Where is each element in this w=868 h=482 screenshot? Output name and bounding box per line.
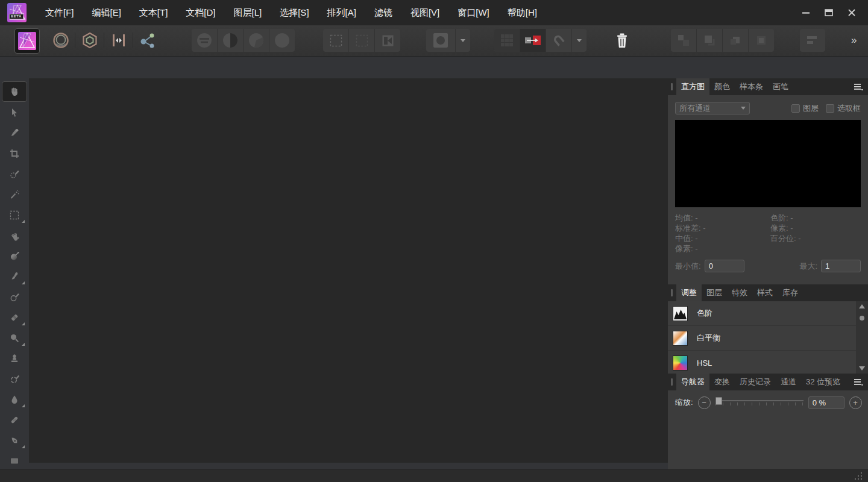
paint-brush-tool[interactable] [2,267,27,286]
canvas[interactable] [29,78,668,463]
tab-32bit-preview[interactable]: 32 位预览 [801,374,845,390]
marquee-checkbox[interactable] [826,104,834,113]
tab-histogram[interactable]: 直方图 [676,78,709,95]
menu-document[interactable]: 文档[D] [177,0,224,25]
photo-persona-button[interactable] [14,28,40,54]
blemish-removal-tool[interactable] [2,410,27,430]
move-backward-button[interactable] [723,29,748,52]
view-tool[interactable] [2,81,27,102]
auto-contrast-button[interactable] [218,29,243,52]
more-toolbar-items[interactable]: » [851,29,857,52]
erase-brush-tool[interactable] [2,308,27,327]
menu-view[interactable]: 视图[V] [401,0,448,25]
snapping-grid-button[interactable] [494,29,520,52]
flood-fill-tool[interactable] [2,226,27,245]
deselect-button[interactable] [349,29,374,52]
menu-layer[interactable]: 图层[L] [225,0,271,25]
liquify-persona-button[interactable] [110,29,128,52]
auto-white-balance-button[interactable] [269,29,295,52]
move-forward-button[interactable] [697,29,722,52]
close-button[interactable] [843,4,861,22]
stat-level-value: - [790,213,793,222]
tab-styles[interactable]: 样式 [752,284,778,301]
delete-button[interactable] [616,29,628,52]
tab-stock[interactable]: 库存 [778,284,803,301]
rectangle-tool[interactable] [2,451,27,470]
hsl-icon [673,355,688,371]
panel-drag-handle[interactable] [671,289,673,296]
selection-brush-tool[interactable] [2,164,27,184]
scroll-down-icon[interactable] [859,366,865,371]
color-picker-tool[interactable] [2,124,27,143]
list-item-hsl[interactable]: HSL [668,351,856,375]
zoom-out-button[interactable]: − [698,396,711,409]
tab-navigator[interactable]: 导航器 [676,374,709,390]
colour-replacement-brush-tool[interactable] [2,287,27,307]
tab-effects[interactable]: 特效 [727,284,752,301]
move-to-back-button[interactable] [749,29,774,52]
auto-colours-button[interactable] [244,29,269,52]
channel-dropdown[interactable]: 所有通道 [675,102,750,114]
blur-brush-tool[interactable] [2,390,27,409]
resize-grip-icon[interactable] [850,472,863,480]
crop-tool[interactable] [2,144,27,163]
main-toolbar: » [0,25,868,57]
scroll-thumb[interactable] [860,316,864,321]
menu-select[interactable]: 选择[S] [271,0,318,25]
panel-drag-handle[interactable] [671,83,673,90]
menu-edit[interactable]: 编辑[E] [83,0,130,25]
select-all-button[interactable] [323,29,348,52]
adjustments-panel: 调整 图层 特效 样式 库存 色阶 [668,284,868,374]
export-persona-button[interactable] [139,29,157,52]
menu-window[interactable]: 窗口[W] [448,0,498,25]
max-value-input[interactable] [821,260,861,272]
tone-mapping-persona-button[interactable] [81,29,99,52]
zoom-in-button[interactable]: + [849,396,862,409]
zoom-slider-handle[interactable] [715,397,722,405]
clone-brush-tool[interactable] [2,349,27,368]
flood-select-tool[interactable] [2,185,27,204]
pen-tool[interactable] [2,431,27,450]
move-tool[interactable] [2,103,27,122]
auto-levels-button[interactable] [192,29,217,52]
gradient-tool[interactable] [2,246,27,266]
panel-menu-button[interactable] [854,378,863,386]
panel-drag-handle[interactable] [671,378,673,386]
tab-transform[interactable]: 变换 [709,374,735,390]
quick-mask-dropdown[interactable] [456,29,470,52]
quick-mask-button[interactable] [426,29,455,52]
zoom-value-input[interactable] [808,396,844,409]
scroll-up-icon[interactable] [859,304,865,308]
minimize-button[interactable] [797,4,815,22]
zoom-slider[interactable] [715,400,804,405]
snapping-dropdown[interactable] [572,29,587,52]
invert-selection-button[interactable] [375,29,400,52]
dodge-brush-tool[interactable] [2,328,27,348]
marquee-tool[interactable] [2,205,27,225]
tab-brushes[interactable]: 画笔 [768,78,793,95]
healing-brush-tool[interactable] [2,369,27,389]
adjustments-scrollbar[interactable] [856,301,868,374]
move-to-front-button[interactable] [671,29,696,52]
tab-colour[interactable]: 颜色 [709,78,735,95]
tab-channels[interactable]: 通道 [776,374,801,390]
menu-arrange[interactable]: 排列[A] [318,0,365,25]
list-item-white-balance[interactable]: 白平衡 [668,326,856,351]
snapping-button[interactable] [546,29,571,52]
panel-menu-button[interactable] [854,83,863,91]
menu-file[interactable]: 文件[F] [36,0,83,25]
tab-layers[interactable]: 图层 [702,284,727,301]
menu-filters[interactable]: 滤镜 [365,0,401,25]
menu-help[interactable]: 帮助[H] [498,0,546,25]
min-value-input[interactable] [705,260,744,272]
assistant-button[interactable] [520,29,546,52]
list-item-levels[interactable]: 色阶 [668,301,856,326]
alignment-button[interactable] [800,29,825,52]
menu-text[interactable]: 文本[T] [130,0,177,25]
develop-persona-button[interactable] [52,29,70,52]
tab-adjustment[interactable]: 调整 [676,284,702,301]
layer-checkbox[interactable] [791,104,800,113]
maximize-button[interactable] [820,4,838,22]
tab-swatches[interactable]: 样本条 [735,78,768,95]
tab-history[interactable]: 历史记录 [735,374,776,390]
